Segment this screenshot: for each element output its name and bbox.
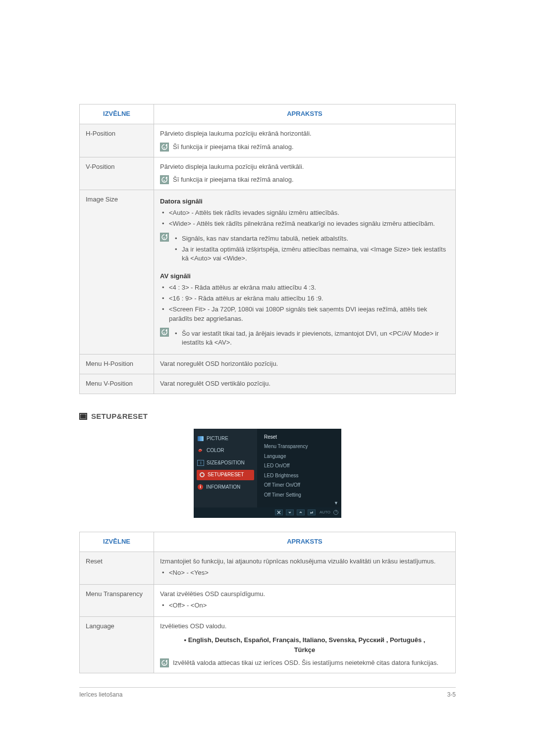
osd-sub-item: LED On/Off <box>262 461 341 471</box>
table-row: Reset Izmantojiet šo funkciju, lai atjau… <box>80 552 456 585</box>
osd-item-size: SIZE&POSITION <box>194 457 257 469</box>
row-label: Menu Transparency <box>80 584 154 617</box>
note-text: Šī funkcija ir pieejama tikai režīmā ana… <box>173 175 449 185</box>
list-item: Signāls, kas nav standarta režīmu tabulā… <box>175 234 449 244</box>
bullet-list: <Auto> - Attēls tiek rādīts ievades sign… <box>160 208 449 229</box>
list-item: <Auto> - Attēls tiek rādīts ievades sign… <box>162 208 449 218</box>
th-menu: IZVĒLNE <box>80 532 154 552</box>
info-icon: i <box>198 484 203 490</box>
language-list: • English, Deutsch, Español, Français, I… <box>160 635 449 655</box>
osd-footer: AUTO <box>194 507 341 518</box>
bullet-list: <No> - <Yes> <box>160 568 449 578</box>
settings-table-2: IZVĒLNE APRAKSTS Reset Izmantojiet šo fu… <box>79 532 456 673</box>
desc-text: Varat izvēlēties OSD caurspīdīgumu. <box>160 590 449 599</box>
svg-point-1 <box>200 449 201 450</box>
row-desc: Varat noregulēt OSD vertikālo pozīciju. <box>154 374 456 394</box>
note-icon <box>160 658 169 667</box>
picture-icon <box>198 436 204 441</box>
row-desc: Varat izvēlēties OSD caurspīdīgumu. <Off… <box>154 584 456 617</box>
section-heading: SETUP&RESET <box>79 411 456 422</box>
list-item: <4 : 3> - Rāda attēlus ar ekrāna malu at… <box>162 283 449 293</box>
row-label: Menu V-Position <box>80 374 154 394</box>
sub-heading-pc: Datora signāli <box>160 197 449 206</box>
th-desc: APRAKSTS <box>154 104 456 124</box>
osd-item-color: COLOR <box>194 445 257 457</box>
osd-label: PICTURE <box>207 435 228 443</box>
settings-table-1: IZVĒLNE APRAKSTS H-Position Pārvieto dis… <box>79 104 456 394</box>
section-icon <box>79 413 87 420</box>
bullet-list: <Off> - <On> <box>160 601 449 610</box>
svg-point-0 <box>199 450 200 450</box>
sub-heading-av: AV signāli <box>160 272 449 281</box>
list-item: <Off> - <On> <box>162 601 449 610</box>
table-row: Menu V-Position Varat noregulēt OSD vert… <box>80 374 456 394</box>
note-text: Izvēlētā valoda attiecas tikai uz ierīce… <box>173 658 449 668</box>
footer-right: 3-5 <box>447 691 456 699</box>
osd-label: INFORMATION <box>206 484 240 491</box>
table-row: Menu Transparency Varat izvēlēties OSD c… <box>80 584 456 617</box>
auto-label: AUTO <box>320 509 330 515</box>
table-row: Image Size Datora signāli <Auto> - Attēl… <box>80 190 456 354</box>
note-icon <box>160 143 169 151</box>
osd-right-panel: Reset Menu Transparency Language LED On/… <box>257 429 341 508</box>
row-label: V-Position <box>80 157 154 190</box>
row-label: Menu H-Position <box>80 354 154 374</box>
row-desc: Izmantojiet šo funkciju, lai atjaunotu r… <box>154 552 456 585</box>
osd-item-information: i INFORMATION <box>194 481 257 494</box>
desc-text: Izvēlieties OSD valodu. <box>160 622 449 631</box>
note-block: Signāls, kas nav standarta režīmu tabulā… <box>173 233 449 265</box>
osd-sub-item: Reset <box>262 433 341 443</box>
osd-sub-item: Menu Transparency <box>262 442 341 452</box>
osd-item-setup-selected: SETUP&RESET <box>197 470 254 480</box>
osd-left-panel: PICTURE COLOR SIZE&POSITION SETUP&RESET <box>194 429 257 508</box>
osd-sub-item: Off Timer Setting <box>262 491 341 501</box>
note-text: Šī funkcija ir pieejama tikai režīmā ana… <box>173 143 449 152</box>
row-desc: Pārvieto displeja laukuma pozīciju ekrān… <box>154 157 456 190</box>
enter-icon <box>308 509 316 515</box>
table-row: Language Izvēlieties OSD valodu. • Engli… <box>80 617 456 673</box>
row-label: H-Position <box>80 124 154 157</box>
svg-point-2 <box>201 450 202 451</box>
list-item: <Screen Fit> - Ja 720P, 1080i vai 1080P … <box>162 305 449 324</box>
down-icon <box>286 509 294 515</box>
desc-text: Pārvieto displeja laukuma pozīciju ekrān… <box>160 129 449 139</box>
list-item: <16 : 9> - Rāda attēlus ar ekrāna malu a… <box>162 294 449 303</box>
row-label: Reset <box>80 552 154 585</box>
bullet-list: <4 : 3> - Rāda attēlus ar ekrāna malu at… <box>160 283 449 323</box>
power-icon <box>333 510 338 515</box>
desc-text: Pārvieto displeja laukuma pozīciju ekrān… <box>160 162 449 172</box>
list-item: Šo var iestatīt tikai tad, ja ārējais ie… <box>175 329 449 348</box>
osd-sub-item: LED Brightness <box>262 471 341 481</box>
desc-text: Izmantojiet šo funkciju, lai atjaunotu r… <box>160 557 449 566</box>
setup-icon <box>200 472 205 477</box>
footer-left: Ierīces lietošana <box>79 691 122 699</box>
osd-label: SETUP&RESET <box>208 471 244 479</box>
row-label: Language <box>80 617 154 673</box>
table-row: V-Position Pārvieto displeja laukuma poz… <box>80 157 456 190</box>
th-desc: APRAKSTS <box>154 532 456 552</box>
exit-icon <box>275 509 283 515</box>
note-block: Šo var iestatīt tikai tad, ja ārējais ie… <box>173 328 449 350</box>
row-desc: Izvēlieties OSD valodu. • English, Deuts… <box>154 617 456 673</box>
row-desc: Datora signāli <Auto> - Attēls tiek rādī… <box>154 190 456 354</box>
row-desc: Varat noregulēt OSD horizontālo pozīciju… <box>154 354 456 374</box>
osd-item-picture: PICTURE <box>194 433 257 445</box>
note-icon <box>160 175 169 184</box>
note-icon <box>160 328 169 337</box>
row-desc: Pārvieto displeja laukuma pozīciju ekrān… <box>154 124 456 157</box>
osd-sub-item: Language <box>262 452 341 462</box>
page-footer: Ierīces lietošana 3-5 <box>79 687 456 699</box>
size-icon <box>198 460 204 465</box>
table-row: H-Position Pārvieto displeja laukuma poz… <box>80 124 456 157</box>
section-title: SETUP&RESET <box>91 411 148 422</box>
row-label: Image Size <box>80 190 154 354</box>
osd-label: COLOR <box>207 447 224 454</box>
list-item: <No> - <Yes> <box>162 568 449 578</box>
up-icon <box>297 509 305 515</box>
osd-label: SIZE&POSITION <box>207 459 245 467</box>
scroll-down-icon: ▼ <box>262 500 341 506</box>
note-icon <box>160 233 169 242</box>
color-icon <box>198 448 204 453</box>
list-item: Ja ir iestatīta optimālā izšķirtspēja, i… <box>175 245 449 264</box>
table-row: Menu H-Position Varat noregulēt OSD hori… <box>80 354 456 374</box>
